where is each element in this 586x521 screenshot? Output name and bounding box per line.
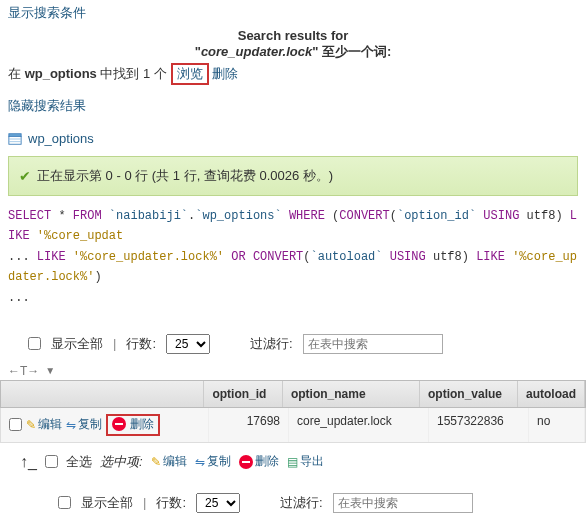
filter-input-2[interactable]: [333, 493, 473, 513]
check-icon: ✔: [19, 168, 31, 184]
delete-link[interactable]: 删除: [212, 66, 238, 81]
select-all-checkbox[interactable]: [45, 455, 58, 468]
copy-icon: ⇋: [66, 418, 76, 432]
show-all-checkbox-2[interactable]: [58, 496, 71, 509]
bulk-delete-link[interactable]: 删除: [239, 453, 279, 470]
delete-icon: [112, 417, 126, 431]
table-name-link[interactable]: wp_options: [28, 131, 94, 146]
found-in-line: 在 wp_options 中找到 1 个 浏览 删除: [8, 63, 578, 85]
bulk-export-link[interactable]: ▤导出: [287, 453, 324, 470]
bulk-copy-link[interactable]: ⇋复制: [195, 453, 231, 470]
filter-input[interactable]: [303, 334, 443, 354]
edit-row-link[interactable]: ✎编辑: [26, 416, 62, 433]
pencil-icon: ✎: [26, 418, 36, 432]
filter-label: 过滤行:: [250, 335, 293, 353]
col-option-name[interactable]: option_name: [283, 381, 420, 407]
select-all-label: 全选: [66, 453, 92, 471]
browse-link[interactable]: 浏览: [177, 66, 203, 81]
col-option-id[interactable]: option_id: [204, 381, 283, 407]
copy-icon: ⇋: [195, 455, 205, 469]
copy-row-link[interactable]: ⇋复制: [66, 416, 102, 433]
col-autoload[interactable]: autoload: [518, 381, 585, 407]
delete-icon: [239, 455, 253, 469]
rows-select[interactable]: 25: [166, 334, 210, 354]
table-row: ✎编辑 ⇋复制 删除 17698 core_updater.lock 15573…: [0, 408, 586, 443]
svg-rect-1: [9, 136, 21, 144]
filter-label-2: 过滤行:: [280, 494, 323, 512]
show-all-label-2: 显示全部: [81, 494, 133, 512]
cell-autoload: no: [529, 408, 585, 442]
delete-row-link[interactable]: 删除: [130, 416, 154, 433]
rows-select-2[interactable]: 25: [196, 493, 240, 513]
arrow-up-icon: ↑_: [20, 453, 37, 471]
pencil-icon: ✎: [151, 455, 161, 469]
rows-label: 行数:: [126, 335, 156, 353]
show-search-criteria-link[interactable]: 显示搜索条件: [8, 5, 86, 20]
selected-label: 选中项:: [100, 453, 143, 471]
cell-option-value: 1557322836: [429, 408, 529, 442]
show-all-label: 显示全部: [51, 335, 103, 353]
sql-query-display: SELECT * FROM `naibabiji`.`wp_options` W…: [8, 206, 578, 308]
col-option-value[interactable]: option_value: [420, 381, 518, 407]
export-icon: ▤: [287, 455, 298, 469]
bulk-edit-link[interactable]: ✎编辑: [151, 453, 187, 470]
show-all-checkbox[interactable]: [28, 337, 41, 350]
search-results-heading: Search results for "core_updater.lock" 至…: [8, 28, 578, 61]
cell-option-id: 17698: [209, 408, 289, 442]
result-summary-bar: ✔ 正在显示第 0 - 0 行 (共 1 行, 查询花费 0.0026 秒。): [8, 156, 578, 196]
hide-search-results-link[interactable]: 隐藏搜索结果: [8, 98, 86, 113]
col-actions: [1, 381, 204, 407]
cell-option-name: core_updater.lock: [289, 408, 429, 442]
rows-label-2: 行数:: [156, 494, 186, 512]
mini-toolbar: ←T→ ▼: [0, 362, 586, 380]
row-checkbox[interactable]: [9, 418, 22, 431]
table-icon: [8, 132, 22, 146]
